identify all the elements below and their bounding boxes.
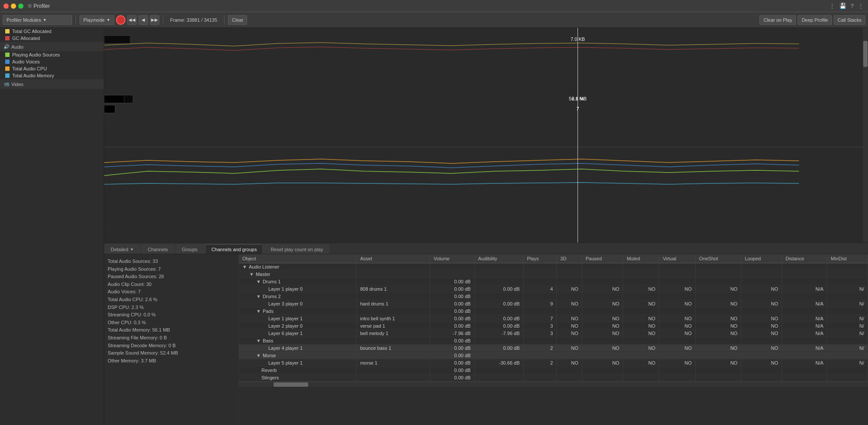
table-row[interactable]: ▼Master — [239, 271, 868, 278]
table-area[interactable]: Object Asset Volume Audibility Plays 3D … — [239, 254, 868, 425]
col-3d[interactable]: 3D — [557, 254, 582, 263]
col-plays[interactable]: Plays — [523, 254, 557, 263]
cell-volume: 0.00 dB — [430, 308, 474, 315]
table-row[interactable]: ▼Bass 0.00 dB — [239, 337, 868, 345]
table-row[interactable]: ▼Drums 2 0.00 dB — [239, 293, 868, 300]
svg-rect-14 — [104, 105, 115, 113]
col-mindist[interactable]: MinDist — [827, 254, 868, 263]
cell-mindist — [827, 278, 868, 286]
col-virtual[interactable]: Virtual — [659, 254, 696, 263]
cell-distance — [782, 352, 827, 359]
table-row[interactable]: Stingers 0.00 dB — [239, 374, 868, 382]
table-scrollbar-h[interactable] — [239, 382, 868, 387]
cell-muted: NO — [623, 345, 659, 352]
tab-channels-and-groups[interactable]: Channels and groups — [205, 244, 264, 254]
cell-asset — [356, 293, 430, 300]
cell-distance — [782, 293, 827, 300]
sidebar-item-gc[interactable]: GC Allocated — [0, 35, 104, 42]
table-row[interactable]: Layer 6 player 1 bell melody 1 -7.96 dB … — [239, 330, 868, 337]
sidebar-item-audio-cpu[interactable]: Total Audio CPU — [0, 65, 104, 72]
cell-oneshot — [696, 367, 741, 374]
table-row[interactable]: Layer 1 player 1 intro bell synth 1 0.00… — [239, 315, 868, 322]
sidebar-item-total-gc[interactable]: Total GC Allocated — [0, 28, 104, 35]
cell-3d — [557, 308, 582, 315]
cell-mindist — [827, 308, 868, 315]
sidebar-item-audio-memory[interactable]: Total Audio Memory — [0, 72, 104, 79]
cell-audibility: 0.00 dB — [474, 300, 523, 308]
record-button[interactable] — [116, 15, 125, 25]
maximize-button[interactable] — [18, 3, 23, 9]
table-row[interactable]: ▼Pads 0.00 dB — [239, 308, 868, 315]
deep-profile-button[interactable]: Deep Profile — [798, 15, 832, 25]
cell-looped — [741, 374, 782, 382]
table-row[interactable]: Layer 5 player 1 morse 1 0.00 dB -30.66 … — [239, 359, 868, 367]
minimize-button[interactable] — [11, 3, 16, 9]
table-row[interactable]: Reverb 0.00 dB — [239, 367, 868, 374]
cell-3d — [557, 374, 582, 382]
cell-virtual — [659, 308, 696, 315]
close-button[interactable] — [3, 3, 9, 9]
cell-asset: 808 drums 1 — [356, 286, 430, 293]
clear-button[interactable]: Clear — [228, 15, 247, 25]
cell-virtual — [659, 263, 696, 271]
cell-3d: NO — [557, 345, 582, 352]
audio-header[interactable]: 🔊 Audio — [0, 42, 104, 51]
tab-channels[interactable]: Channels — [141, 244, 174, 254]
tab-groups[interactable]: Groups — [175, 244, 204, 254]
table-row[interactable]: Layer 4 player 1 bounce bass 1 0.00 dB 0… — [239, 345, 868, 352]
call-stacks-button[interactable]: Call Stacks — [834, 15, 865, 25]
more-options-btn[interactable]: ⋮ — [828, 3, 836, 9]
svg-rect-6 — [104, 36, 130, 43]
tab-channels-groups-label: Channels and groups — [211, 247, 257, 252]
save-btn[interactable]: 💾 — [838, 3, 847, 9]
cell-muted: NO — [623, 286, 659, 293]
col-audibility[interactable]: Audibility — [474, 254, 523, 263]
cell-mindist: N/ — [827, 322, 868, 330]
col-oneshot[interactable]: OneShot — [696, 254, 741, 263]
cell-oneshot: NO — [696, 315, 741, 322]
cell-3d — [557, 263, 582, 271]
context-menu-btn[interactable]: ⋮ — [857, 3, 865, 9]
table-row[interactable]: Layer 1 player 0 808 drums 1 0.00 dB 0.0… — [239, 286, 868, 293]
chart-scrollbar-thumb[interactable] — [863, 41, 868, 67]
col-looped[interactable]: Looped — [741, 254, 782, 263]
playmode-dropdown[interactable]: Playmode ▼ — [79, 15, 114, 25]
col-asset[interactable]: Asset — [356, 254, 430, 263]
cell-oneshot — [696, 278, 741, 286]
table-row[interactable]: ▼Audio Listener — [239, 263, 868, 271]
tab-detailed[interactable]: Detailed ▼ — [104, 244, 140, 254]
video-icon: 📹 — [3, 81, 10, 87]
playmode-chevron-icon: ▼ — [106, 18, 110, 22]
next-btn[interactable]: ▶▶ — [150, 15, 159, 25]
cell-paused: NO — [582, 322, 623, 330]
table-row[interactable]: Layer 3 player 0 hard drums 1 0.00 dB 0.… — [239, 300, 868, 308]
prev-btn[interactable]: ◀ — [139, 15, 148, 25]
table-scrollbar-thumb[interactable] — [274, 382, 308, 387]
prev-frame-btn[interactable]: ◀◀ — [127, 15, 137, 25]
table-row[interactable]: Layer 2 player 0 verse pad 1 0.00 dB 0.0… — [239, 322, 868, 330]
clear-on-play-button[interactable]: Clear on Play — [759, 15, 796, 25]
table-row[interactable]: ▼Morse 0.00 dB — [239, 352, 868, 359]
col-muted[interactable]: Muted — [623, 254, 659, 263]
col-paused[interactable]: Paused — [582, 254, 623, 263]
cell-audibility: -7.96 dB — [474, 330, 523, 337]
gc-color — [5, 36, 10, 40]
cell-plays: 7 — [523, 315, 557, 322]
stats-panel: Total Audio Sources: 33 Playing Audio So… — [104, 254, 239, 425]
sidebar-item-playing-audio[interactable]: Playing Audio Sources — [0, 51, 104, 58]
help-btn[interactable]: ? — [850, 3, 855, 9]
col-distance[interactable]: Distance — [782, 254, 827, 263]
tab-reset-label: Reset play count on play — [271, 247, 323, 252]
tab-reset-play-count[interactable]: Reset play count on play — [264, 244, 329, 254]
cell-distance — [782, 337, 827, 345]
cell-virtual — [659, 367, 696, 374]
video-section[interactable]: 📹 Video — [0, 80, 104, 89]
cell-mindist: N/ — [827, 359, 868, 367]
table-row[interactable]: ▼Drums 1 0.00 dB — [239, 278, 868, 286]
sidebar-item-audio-voices[interactable]: Audio Voices — [0, 58, 104, 65]
cell-plays — [523, 367, 557, 374]
profiler-modules-dropdown[interactable]: Profiler Modules ▼ — [3, 15, 72, 25]
col-object[interactable]: Object — [239, 254, 356, 263]
col-volume[interactable]: Volume — [430, 254, 474, 263]
cell-audibility: 0.00 dB — [474, 286, 523, 293]
